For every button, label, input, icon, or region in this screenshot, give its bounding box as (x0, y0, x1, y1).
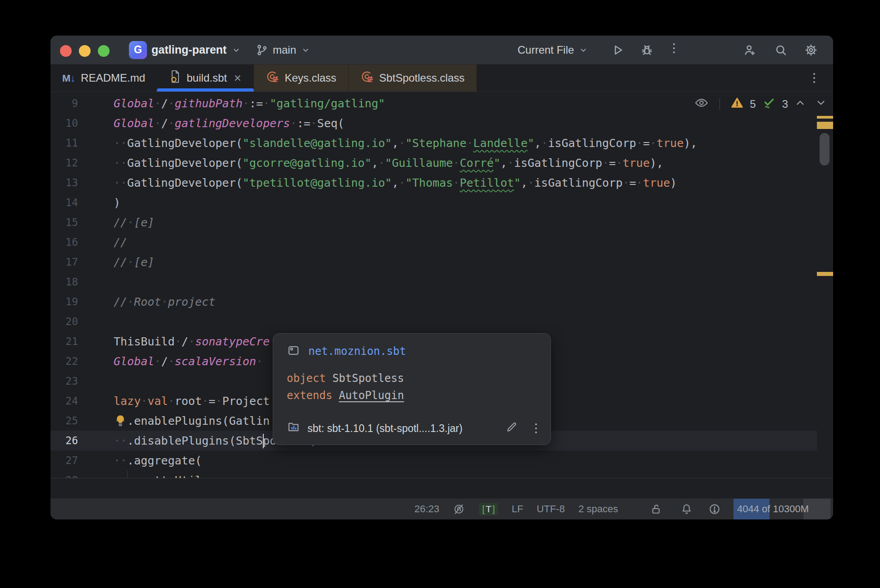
line-number: 17 (50, 256, 78, 268)
package-icon (287, 344, 300, 359)
line-number: 13 (50, 177, 78, 188)
window-minimize-button[interactable] (79, 45, 91, 57)
code-line-14[interactable]: 14) (50, 193, 817, 212)
project-widget[interactable]: G gatling-parent (129, 36, 241, 64)
tab-label: Keys.class (284, 72, 336, 84)
line-number: 16 (50, 236, 78, 248)
error-indicator-icon[interactable] (708, 503, 721, 515)
tab-label: README.md (81, 72, 145, 84)
close-tab-icon[interactable] (233, 74, 242, 83)
code-line-20[interactable]: 20 (50, 312, 817, 331)
code-text: ··.aggregate( (78, 454, 202, 467)
tab-options-button[interactable] (813, 73, 815, 83)
code-line-12[interactable]: 12··GatlingDeveloper("gcorre@gatling.io"… (50, 153, 817, 173)
warning-icon (731, 96, 743, 112)
code-text: //·[e] (78, 216, 154, 229)
tab-label: SbtSpotless.class (379, 72, 464, 84)
typo-check-icon (762, 96, 776, 112)
intention-bulb-icon[interactable] (114, 414, 127, 429)
code-line-10[interactable]: 10Global·/·gatlingDevelopers·:=·Seq( (50, 113, 817, 133)
vcs-branch-widget[interactable]: main (256, 36, 311, 64)
type-letter: T (485, 504, 492, 514)
class-icon (360, 70, 374, 86)
library-label: sbt: sbt-1.10.1 (sbt-spotl....1.3.jar) (307, 423, 463, 435)
search-everywhere-button[interactable] (774, 43, 788, 57)
code-line-15[interactable]: 15//·[e] (50, 212, 817, 232)
popup-more-button[interactable] (535, 423, 537, 433)
text-caret (263, 434, 264, 448)
line-number: 27 (50, 455, 78, 466)
declaration-text: object SbtSpotless extends AutoPlugin (287, 370, 537, 404)
code-line-16[interactable]: 16// (50, 232, 817, 252)
code-editor[interactable]: 9Global·/·githubPath·:=·"gatling/gatling… (50, 92, 833, 500)
code-line-11[interactable]: 11··GatlingDeveloper("slandelle@gatling.… (50, 133, 817, 153)
type-aware-highlighting-widget[interactable]: [T] (479, 503, 498, 515)
code-line-28[interactable]: 28····nettyUtil (50, 470, 817, 478)
memory-used-value: 4044 (737, 503, 759, 514)
git-branch-icon (256, 44, 268, 56)
line-number: 14 (50, 197, 78, 208)
readonly-lock-icon[interactable] (650, 503, 662, 515)
window-close-button[interactable] (60, 45, 72, 57)
line-number: 18 (50, 276, 78, 288)
encoding-widget[interactable]: UTF-8 (537, 503, 565, 515)
debug-button[interactable] (640, 43, 654, 57)
warning-stripe-mark[interactable] (817, 116, 833, 119)
indent-widget[interactable]: 2 spaces (578, 503, 618, 515)
editor-tab-SbtSpotless.class[interactable]: SbtSpotless.class (348, 64, 477, 92)
line-number: 21 (50, 335, 78, 347)
code-text: ··GatlingDeveloper("tpetillot@gatling.io… (78, 176, 677, 189)
code-line-17[interactable]: 17//·[e] (50, 252, 817, 272)
code-line-18[interactable]: 18 (50, 272, 817, 292)
settings-button[interactable] (804, 43, 818, 57)
inspections-widget[interactable]: 5 3 (694, 96, 827, 113)
line-number: 9 (50, 97, 78, 109)
line-number: 22 (50, 355, 78, 367)
chevron-down-icon (231, 45, 241, 55)
code-text: ··.enablePlugins(Gatlin (78, 414, 270, 427)
editor-scrollbar[interactable] (820, 133, 830, 165)
previous-problem-button[interactable] (794, 97, 806, 111)
highlighting-eye-icon[interactable] (694, 96, 709, 113)
code-text: Global·/·githubPath·:=·"gatling/gatling" (78, 97, 385, 110)
keyword-object: object (287, 372, 326, 385)
run-button[interactable] (611, 43, 624, 57)
run-configuration-selector[interactable]: Current File (518, 36, 588, 64)
line-separator-widget[interactable]: LF (512, 503, 523, 515)
warning-stripe-mark[interactable] (817, 122, 833, 129)
warning-stripe-mark[interactable] (817, 272, 833, 276)
line-number: 20 (50, 316, 78, 327)
tab-label: build.sbt (187, 72, 227, 84)
editor-tab-Keys.class[interactable]: Keys.class (254, 64, 348, 92)
titlebar: G gatling-parent main Current File (50, 36, 833, 64)
more-actions-button[interactable] (673, 43, 687, 57)
highlighting-level-icon[interactable] (453, 503, 465, 515)
code-line-27[interactable]: 27··.aggregate( (50, 450, 817, 470)
warning-count[interactable]: 5 (750, 98, 756, 110)
quick-documentation-popup: net.moznion.sbt object SbtSpotless exten… (273, 333, 551, 445)
code-line-13[interactable]: 13··GatlingDeveloper("tpetillot@gatling.… (50, 173, 817, 193)
editor-tab-build.sbt[interactable]: build.sbt (157, 64, 254, 92)
line-number: 25 (50, 415, 78, 427)
caret-position-widget[interactable]: 26:23 (414, 503, 439, 515)
code-text: ··GatlingDeveloper("slandelle@gatling.io… (78, 137, 697, 150)
package-name[interactable]: net.moznion.sbt (308, 345, 406, 358)
notifications-bell-icon[interactable] (680, 503, 693, 515)
code-with-me-button[interactable] (743, 43, 756, 57)
markdown-icon: M↓ (62, 72, 75, 84)
project-name: gatling-parent (151, 43, 227, 56)
superclass-link[interactable]: AutoPlugin (339, 389, 404, 402)
line-number: 26 (50, 435, 78, 446)
window-zoom-button[interactable] (98, 45, 110, 57)
code-line-19[interactable]: 19//·Root·project (50, 292, 817, 312)
edit-source-icon[interactable] (505, 421, 518, 436)
next-problem-button[interactable] (815, 97, 827, 111)
line-number: 24 (50, 395, 78, 407)
editor-bottom-divider (50, 478, 833, 478)
typo-count[interactable]: 3 (782, 98, 788, 110)
editor-tab-README.md[interactable]: M↓README.md (50, 64, 157, 92)
memory-indicator-widget[interactable]: 4044 of 10300M (733, 499, 830, 519)
code-text: Global·/·gatlingDevelopers·:=·Seq( (78, 117, 344, 130)
code-text: //·Root·project (78, 295, 215, 308)
code-text: ····nettyUtil (78, 474, 202, 478)
